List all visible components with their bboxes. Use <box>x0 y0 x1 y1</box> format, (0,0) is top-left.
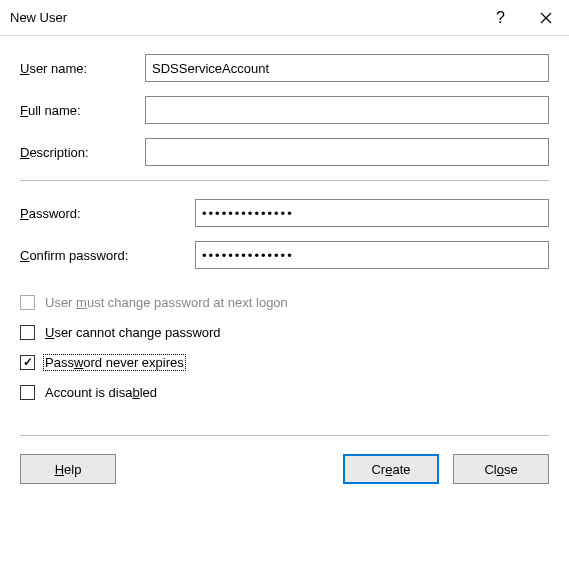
row-fullname: Full name: <box>20 96 549 124</box>
svg-text:?: ? <box>496 10 505 26</box>
window-title: New User <box>10 10 477 25</box>
checkbox-icon <box>20 325 35 340</box>
close-button[interactable]: Close <box>453 454 549 484</box>
checkbox-icon <box>20 295 35 310</box>
separator-2 <box>20 435 549 436</box>
password-input[interactable] <box>195 199 549 227</box>
check-never-expires[interactable]: Password never expires <box>20 347 549 377</box>
row-description: Description: <box>20 138 549 166</box>
label-confirm: Confirm password: <box>20 248 195 263</box>
separator-1 <box>20 180 549 181</box>
checkbox-checked-icon <box>20 355 35 370</box>
check-must-change: User must change password at next logon <box>20 287 549 317</box>
button-bar: Help Create Close <box>20 454 549 484</box>
titlebar: New User ? <box>0 0 569 36</box>
checkbox-group: User must change password at next logon … <box>20 287 549 407</box>
row-confirm: Confirm password: <box>20 241 549 269</box>
check-cannot-change[interactable]: User cannot change password <box>20 317 549 347</box>
username-input[interactable] <box>145 54 549 82</box>
label-description: Description: <box>20 145 145 160</box>
confirm-password-input[interactable] <box>195 241 549 269</box>
description-input[interactable] <box>145 138 549 166</box>
row-password: Password: <box>20 199 549 227</box>
check-disabled[interactable]: Account is disabled <box>20 377 549 407</box>
close-icon[interactable] <box>523 0 569 36</box>
help-icon[interactable]: ? <box>477 0 523 36</box>
checkbox-icon <box>20 385 35 400</box>
fullname-input[interactable] <box>145 96 549 124</box>
create-button[interactable]: Create <box>343 454 439 484</box>
label-username: User name: <box>20 61 145 76</box>
row-username: User name: <box>20 54 549 82</box>
label-fullname: Full name: <box>20 103 145 118</box>
help-button[interactable]: Help <box>20 454 116 484</box>
dialog-content: User name: Full name: Description: Passw… <box>0 36 569 498</box>
label-password: Password: <box>20 206 195 221</box>
